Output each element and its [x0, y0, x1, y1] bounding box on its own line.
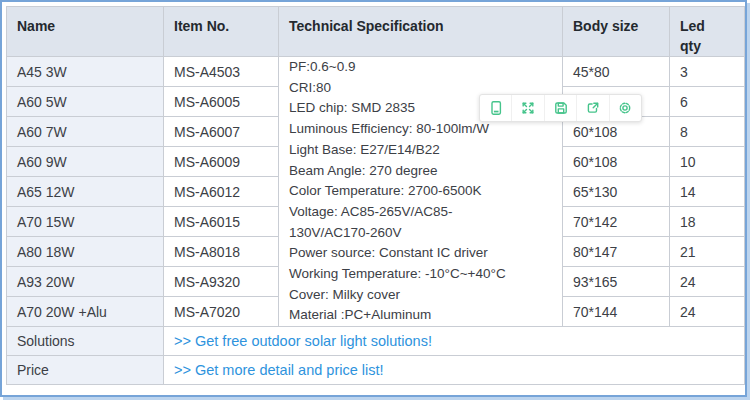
- product-name: A70 15W: [7, 207, 164, 237]
- page-frame: Name Item No. Technical Specification Bo…: [0, 0, 747, 397]
- led-qty: 24: [670, 267, 745, 297]
- item-no: MS-A8018: [164, 237, 279, 267]
- tech-spec-line: PF:0.6~0.9: [289, 57, 552, 78]
- led-qty: 24: [670, 297, 745, 327]
- tech-spec-line: Color Temperature: 2700-6500K: [289, 181, 552, 202]
- product-name: A70 20W +Alu: [7, 297, 164, 327]
- price-link-cell: >> Get more detail and price list!: [164, 356, 745, 385]
- body-size: 80*147: [563, 237, 670, 267]
- product-name: A60 9W: [7, 147, 164, 177]
- led-qty: 3: [670, 57, 745, 87]
- body-size: 70*144: [563, 297, 670, 327]
- body-size: 70*142: [563, 207, 670, 237]
- mobile-view-button[interactable]: [480, 95, 511, 121]
- item-no: MS-A7020: [164, 297, 279, 327]
- body-size: 93*165: [563, 267, 670, 297]
- tech-spec-line: Power source: Constant IC driver: [289, 243, 552, 264]
- product-name: A60 7W: [7, 117, 164, 147]
- item-no: MS-A9320: [164, 267, 279, 297]
- settings-icon: [617, 100, 633, 116]
- led-qty: 10: [670, 147, 745, 177]
- body-size: 60*108: [563, 147, 670, 177]
- price-link[interactable]: >> Get more detail and price list!: [174, 362, 384, 378]
- body-size: 45*80: [563, 57, 670, 87]
- product-name: A65 12W: [7, 177, 164, 207]
- product-name: A93 20W: [7, 267, 164, 297]
- led-qty: 21: [670, 237, 745, 267]
- item-no: MS-A4503: [164, 57, 279, 87]
- item-no: MS-A6007: [164, 117, 279, 147]
- settings-button[interactable]: [609, 95, 641, 121]
- tech-spec-line: Beam Angle: 270 degree: [289, 161, 552, 182]
- led-qty: 6: [670, 87, 745, 117]
- table-row: A45 3W MS-A4503 PF:0.6~0.9 CRI:80 LED ch…: [7, 57, 745, 87]
- fullscreen-icon: [520, 100, 536, 116]
- tech-spec-line: 130V/AC170-260V: [289, 223, 552, 244]
- solutions-link[interactable]: >> Get free outdoor solar light solution…: [174, 333, 432, 349]
- item-no: MS-A6012: [164, 177, 279, 207]
- share-icon: [585, 100, 601, 116]
- led-qty: 14: [670, 177, 745, 207]
- body-size: 65*130: [563, 177, 670, 207]
- solutions-label: Solutions: [7, 327, 164, 356]
- tech-spec-line: Material :PC+Aluminum: [289, 305, 552, 326]
- tech-spec-line: Voltage: AC85-265V/AC85-: [289, 202, 552, 223]
- share-button[interactable]: [576, 95, 608, 121]
- product-name: A60 5W: [7, 87, 164, 117]
- header-led-qty: Led qty: [670, 7, 745, 57]
- header-item-no: Item No.: [164, 7, 279, 57]
- save-icon: [553, 100, 569, 116]
- product-name: A80 18W: [7, 237, 164, 267]
- item-no: MS-A6015: [164, 207, 279, 237]
- tech-spec-line: Cover: Milky cover: [289, 285, 552, 306]
- product-name: A45 3W: [7, 57, 164, 87]
- header-body-size: Body size: [563, 7, 670, 57]
- save-button[interactable]: [544, 95, 576, 121]
- tech-spec-line: Luminous Efficiency: 80-100lm/W: [289, 119, 552, 140]
- price-row: Price >> Get more detail and price list!: [7, 356, 745, 385]
- item-no: MS-A6009: [164, 147, 279, 177]
- header-name: Name: [7, 7, 164, 57]
- mobile-view-icon: [488, 100, 504, 116]
- tech-spec-line: Light Base: E27/E14/B22: [289, 140, 552, 161]
- solutions-link-cell: >> Get free outdoor solar light solution…: [164, 327, 745, 356]
- image-overlay-toolbar: [479, 94, 642, 122]
- solutions-row: Solutions >> Get free outdoor solar ligh…: [7, 327, 745, 356]
- fullscreen-button[interactable]: [511, 95, 543, 121]
- led-qty: 8: [670, 117, 745, 147]
- led-qty: 18: [670, 207, 745, 237]
- product-spec-table: Name Item No. Technical Specification Bo…: [6, 6, 745, 385]
- tech-spec-line: Working Temperature: -10°C~+40°C: [289, 264, 552, 285]
- price-label: Price: [7, 356, 164, 385]
- header-row: Name Item No. Technical Specification Bo…: [7, 7, 745, 57]
- item-no: MS-A6005: [164, 87, 279, 117]
- header-technical-specification: Technical Specification: [279, 7, 563, 57]
